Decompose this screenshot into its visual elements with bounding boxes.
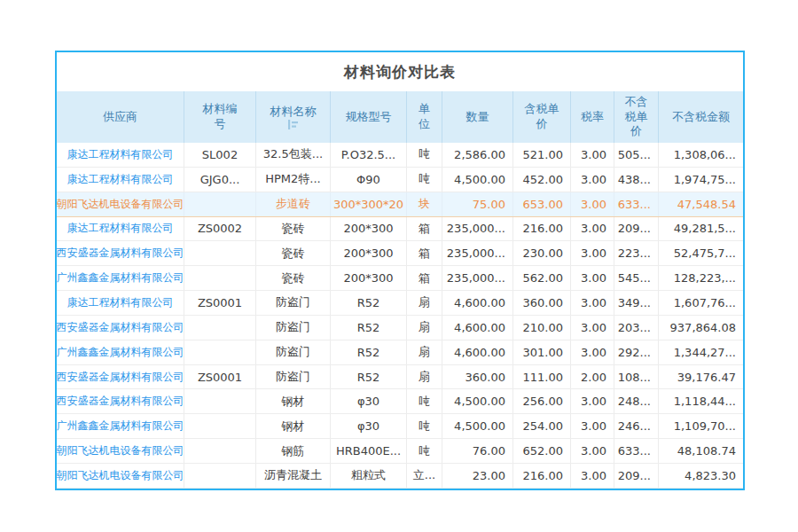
table-row[interactable]: 广州鑫鑫金属材料有限公司防盗门R52扇4,600.00301.003.00292… (57, 340, 743, 365)
table-row[interactable]: 广州鑫鑫金属材料有限公司瓷砖200*300箱235,000...562.003.… (57, 266, 743, 291)
supplier-link[interactable]: 朝阳飞达机电设备有限公司 (57, 468, 184, 483)
supplier-link[interactable]: 朝阳飞达机电设备有限公司 (57, 443, 184, 458)
column-header-spec: 规格型号 (330, 91, 406, 143)
cell-value: 防盗门 (276, 294, 310, 310)
cell-value: 3.00 (581, 271, 606, 285)
column-header-price_ex: 不含税单价 (614, 91, 658, 143)
cell-amount_ex: 52,475,7... (658, 241, 743, 265)
cell-value: 4,600.00 (454, 346, 505, 359)
supplier-link[interactable]: 广州鑫鑫金属材料有限公司 (57, 270, 184, 286)
supplier-link[interactable]: 西安盛器金属材料有限公司 (57, 320, 184, 335)
supplier-link[interactable]: 西安盛器金属材料有限公司 (57, 370, 184, 385)
cell-value: 吨 (419, 394, 430, 410)
cell-value: 562.00 (523, 271, 564, 285)
cell-qty: 4,600.00 (442, 340, 512, 364)
cell-qty: 76.00 (442, 439, 512, 463)
column-header-label: 供应商 (103, 110, 137, 125)
supplier-link[interactable]: 康达工程材料有限公司 (67, 221, 174, 236)
supplier-link[interactable]: 朝阳飞达机电设备有限公司 (57, 197, 184, 212)
cell-supplier: 康达工程材料有限公司 (57, 217, 184, 241)
cell-rate: 3.00 (570, 340, 614, 364)
supplier-link[interactable]: 康达工程材料有限公司 (67, 295, 174, 310)
cell-value: 23.00 (473, 469, 505, 482)
cell-code: ZS0002 (184, 217, 255, 241)
cell-value: 4,600.00 (454, 296, 505, 309)
cell-value: Φ90 (356, 173, 380, 186)
cell-code: ZS0001 (184, 291, 255, 315)
table-row[interactable]: 朝阳飞达机电设备有限公司钢筋HRB400E...吨76.00652.003.00… (57, 439, 743, 464)
cell-unit: 吨 (406, 414, 442, 438)
cell-spec: R52 (330, 316, 406, 340)
cell-value: 防盗门 (276, 344, 310, 360)
cell-value: 292... (618, 346, 651, 359)
cell-price_tax: 254.00 (512, 414, 570, 438)
cell-price_tax: 562.00 (512, 266, 570, 290)
cell-price_ex: 203... (614, 316, 658, 340)
cell-rate: 3.00 (570, 414, 614, 438)
page-title: 材料询价对比表 (57, 52, 743, 91)
table-row[interactable]: 西安盛器金属材料有限公司钢材φ30吨4,500.00256.003.00248.… (57, 389, 743, 414)
supplier-link[interactable]: 康达工程材料有限公司 (67, 147, 174, 162)
column-header-qty: 数量 (442, 91, 512, 143)
cell-value: 452.00 (523, 173, 564, 186)
table-row[interactable]: 西安盛器金属材料有限公司ZS0001防盗门R52扇360.00111.002.0… (57, 365, 743, 390)
cell-amount_ex: 1,974,75... (658, 168, 743, 192)
cell-spec: HRB400E... (330, 439, 406, 463)
cell-spec: 200*300 (330, 266, 406, 290)
cell-name: 防盗门 (255, 365, 330, 389)
cell-value: 1,344,27... (674, 346, 736, 359)
cell-spec: R52 (330, 365, 406, 389)
cell-value: 360.00 (466, 371, 506, 384)
supplier-link[interactable]: 广州鑫鑫金属材料有限公司 (57, 345, 184, 360)
cell-value: GJG0... (200, 173, 240, 186)
cell-unit: 箱 (406, 241, 442, 265)
column-header-code: 材料编号 (184, 91, 255, 143)
table-row[interactable]: 康达工程材料有限公司SL00232.5包装...P.O32.5...吨2,586… (57, 143, 743, 168)
column-header-label: 含税单价 (524, 102, 559, 132)
table-row[interactable]: 康达工程材料有限公司GJG0...HPM2特...Φ90吨4,500.00452… (57, 168, 743, 192)
cell-supplier: 朝阳飞达机电设备有限公司 (57, 192, 184, 216)
cell-amount_ex: 39,176.47 (658, 365, 743, 389)
table-row[interactable]: 朝阳飞达机电设备有限公司步道砖300*300*20块75.00653.003.0… (57, 192, 743, 217)
cell-rate: 3.00 (570, 439, 614, 463)
cell-price_tax: 521.00 (512, 143, 570, 167)
supplier-link[interactable]: 西安盛器金属材料有限公司 (57, 394, 184, 409)
supplier-link[interactable]: 康达工程材料有限公司 (67, 172, 174, 187)
supplier-link[interactable]: 广州鑫鑫金属材料有限公司 (57, 419, 184, 434)
table-row[interactable]: 康达工程材料有限公司ZS0001防盗门R52扇4,600.00360.003.0… (57, 291, 743, 316)
cell-amount_ex: 1,607,76... (658, 291, 743, 315)
cell-price_tax: 210.00 (512, 316, 570, 340)
cell-value: 瓷砖 (282, 270, 305, 286)
cell-value: 3.00 (581, 346, 606, 359)
cell-value: HPM2特... (265, 171, 321, 187)
cell-rate: 3.00 (570, 316, 614, 340)
table-row[interactable]: 朝阳飞达机电设备有限公司沥青混凝土粗粒式立...23.00216.003.002… (57, 464, 743, 489)
table-row[interactable]: 广州鑫鑫金属材料有限公司钢材φ30吨4,500.00254.003.00246.… (57, 414, 743, 439)
sort-icon[interactable] (287, 120, 299, 129)
cell-value: 200*300 (343, 246, 393, 260)
cell-value: 47,548.54 (677, 198, 736, 211)
cell-unit: 吨 (406, 439, 442, 463)
table-row[interactable]: 西安盛器金属材料有限公司瓷砖200*300箱235,000...230.003.… (57, 241, 743, 266)
cell-value: ZS0001 (198, 296, 242, 309)
cell-value: 349... (618, 296, 651, 309)
cell-code: ZS0001 (184, 365, 255, 389)
cell-supplier: 广州鑫鑫金属材料有限公司 (57, 266, 184, 290)
cell-code (184, 439, 255, 463)
supplier-link[interactable]: 西安盛器金属材料有限公司 (57, 246, 184, 261)
cell-value: 立... (413, 467, 435, 483)
cell-value: 扇 (419, 319, 430, 335)
cell-price_ex: 246... (614, 414, 658, 438)
cell-value: R52 (357, 346, 380, 359)
table-row[interactable]: 西安盛器金属材料有限公司防盗门R52扇4,600.00210.003.00203… (57, 316, 743, 340)
cell-price_ex: 633... (614, 439, 658, 463)
cell-price_ex: 633... (614, 192, 658, 216)
table-body: 康达工程材料有限公司SL00232.5包装...P.O32.5...吨2,586… (57, 143, 743, 489)
table-row[interactable]: 康达工程材料有限公司ZS0002瓷砖200*300箱235,000...216.… (57, 217, 743, 242)
cell-value: 块 (419, 196, 430, 212)
cell-value: 48,108.74 (677, 444, 736, 458)
cell-code (184, 389, 255, 413)
cell-spec: φ30 (330, 414, 406, 438)
cell-value: 瓷砖 (282, 221, 305, 237)
cell-supplier: 广州鑫鑫金属材料有限公司 (57, 340, 184, 364)
